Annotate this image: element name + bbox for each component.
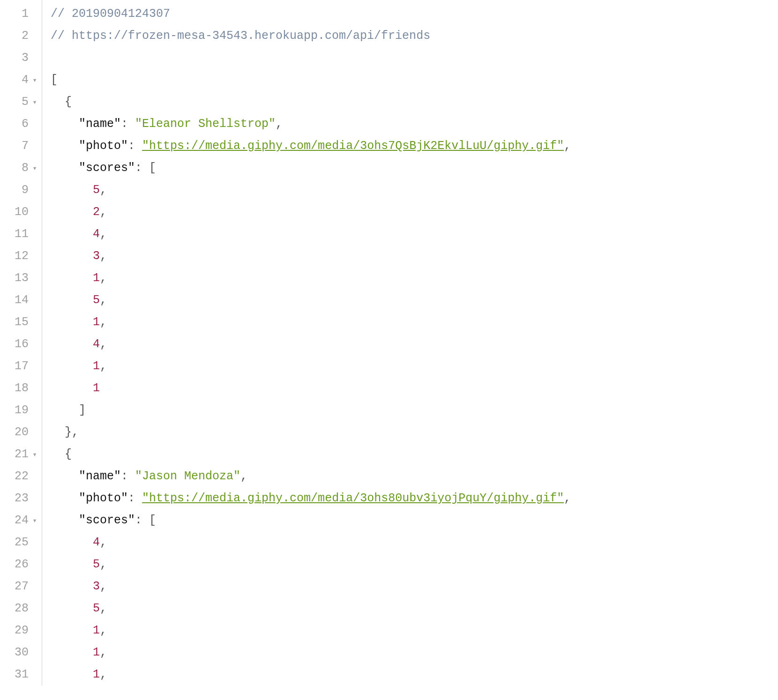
code-token: , bbox=[100, 205, 107, 219]
code-token: 3 bbox=[93, 580, 100, 593]
line-number: 3 bbox=[11, 51, 29, 65]
code-token: , bbox=[100, 293, 107, 307]
code-line: 1 bbox=[51, 377, 778, 399]
gutter-row: 4▾ bbox=[0, 69, 42, 91]
line-number: 25 bbox=[11, 536, 29, 549]
code-line: 3, bbox=[51, 245, 778, 267]
fold-toggle-icon[interactable]: ▾ bbox=[31, 97, 38, 107]
fold-toggle-icon[interactable]: ▾ bbox=[31, 450, 38, 459]
code-token bbox=[51, 646, 93, 659]
code-token bbox=[51, 359, 93, 373]
gutter-row: 26 bbox=[0, 553, 42, 575]
line-number: 29 bbox=[11, 624, 29, 637]
gutter-row: 6 bbox=[0, 113, 42, 135]
code-token: , bbox=[276, 117, 283, 131]
gutter-row: 20 bbox=[0, 421, 42, 443]
line-number: 7 bbox=[11, 139, 29, 153]
gutter-row: 10 bbox=[0, 201, 42, 223]
code-token bbox=[51, 205, 93, 219]
line-number: 14 bbox=[11, 293, 29, 307]
code-token: 5 bbox=[93, 602, 100, 615]
code-token bbox=[51, 602, 93, 615]
code-line: // https://frozen-mesa-34543.herokuapp.c… bbox=[51, 25, 778, 47]
gutter-row: 2 bbox=[0, 25, 42, 47]
line-number: 10 bbox=[11, 205, 29, 219]
line-number: 9 bbox=[11, 183, 29, 197]
code-token: : bbox=[121, 469, 135, 483]
code-token: 1 bbox=[93, 646, 100, 659]
gutter-row: 14 bbox=[0, 289, 42, 311]
line-number: 2 bbox=[11, 29, 29, 43]
code-token bbox=[51, 161, 79, 175]
line-number: 13 bbox=[11, 271, 29, 285]
line-number: 1 bbox=[11, 7, 29, 21]
code-token: 4 bbox=[93, 536, 100, 549]
code-token bbox=[51, 139, 79, 153]
code-token: , bbox=[100, 536, 107, 549]
gutter-row: 21▾ bbox=[0, 443, 42, 465]
line-number: 19 bbox=[11, 403, 29, 417]
code-line: 4, bbox=[51, 223, 778, 245]
code-token: "name" bbox=[79, 117, 121, 131]
gutter-row: 15 bbox=[0, 311, 42, 333]
line-number: 11 bbox=[11, 227, 29, 241]
code-token: , bbox=[100, 227, 107, 241]
line-number: 16 bbox=[11, 337, 29, 351]
code-token: , bbox=[100, 183, 107, 197]
gutter-row: 1 bbox=[0, 3, 42, 25]
code-line: "photo": "https://media.giphy.com/media/… bbox=[51, 487, 778, 509]
line-number: 20 bbox=[11, 425, 29, 439]
code-token bbox=[51, 381, 93, 395]
gutter-row: 19 bbox=[0, 399, 42, 421]
code-token: "scores" bbox=[79, 161, 135, 175]
code-token bbox=[51, 183, 93, 197]
code-token bbox=[51, 624, 93, 637]
fold-toggle-icon[interactable]: ▾ bbox=[31, 75, 38, 85]
json-url-link[interactable]: "https://media.giphy.com/media/3ohs80ubv… bbox=[142, 491, 564, 505]
code-token: , bbox=[100, 668, 107, 681]
code-token: 1 bbox=[93, 624, 100, 637]
code-line: 4, bbox=[51, 333, 778, 355]
json-url-link[interactable]: "https://media.giphy.com/media/3ohs7QsBj… bbox=[142, 139, 564, 153]
code-token: : [ bbox=[135, 514, 156, 527]
code-token: , bbox=[100, 315, 107, 329]
code-token: , bbox=[100, 624, 107, 637]
code-token: 2 bbox=[93, 205, 100, 219]
line-number: 17 bbox=[11, 359, 29, 373]
line-number: 27 bbox=[11, 580, 29, 593]
code-token bbox=[51, 293, 93, 307]
line-number: 15 bbox=[11, 315, 29, 329]
code-line: 5, bbox=[51, 289, 778, 311]
code-token: 5 bbox=[93, 558, 100, 571]
line-number: 22 bbox=[11, 469, 29, 483]
code-token: 1 bbox=[93, 315, 100, 329]
fold-toggle-icon[interactable]: ▾ bbox=[31, 164, 38, 173]
gutter-row: 9 bbox=[0, 179, 42, 201]
gutter-row: 24▾ bbox=[0, 509, 42, 531]
code-line: 4, bbox=[51, 531, 778, 553]
code-content: // 20190904124307// https://frozen-mesa-… bbox=[42, 0, 778, 685]
fold-toggle-icon[interactable]: ▾ bbox=[31, 516, 38, 525]
code-token: "name" bbox=[79, 469, 121, 483]
code-line: }, bbox=[51, 421, 778, 443]
gutter-row: 29 bbox=[0, 619, 42, 641]
gutter-row: 12 bbox=[0, 245, 42, 267]
line-number: 8 bbox=[11, 161, 29, 175]
code-token: , bbox=[100, 602, 107, 615]
code-token: , bbox=[100, 249, 107, 263]
line-number: 28 bbox=[11, 602, 29, 615]
gutter-row: 30 bbox=[0, 641, 42, 663]
code-line: [ bbox=[51, 69, 778, 91]
code-token: , bbox=[100, 558, 107, 571]
line-number: 4 bbox=[11, 73, 29, 87]
gutter-row: 11 bbox=[0, 223, 42, 245]
code-line: "name": "Jason Mendoza", bbox=[51, 465, 778, 487]
code-line: 1, bbox=[51, 641, 778, 663]
line-number-gutter: 1234▾5▾678▾9101112131415161718192021▾222… bbox=[0, 0, 42, 685]
gutter-row: 13 bbox=[0, 267, 42, 289]
code-token: "Jason Mendoza" bbox=[135, 469, 240, 483]
code-token bbox=[51, 668, 93, 681]
code-token bbox=[51, 491, 79, 505]
code-line: // 20190904124307 bbox=[51, 3, 778, 25]
code-token: , bbox=[100, 359, 107, 373]
